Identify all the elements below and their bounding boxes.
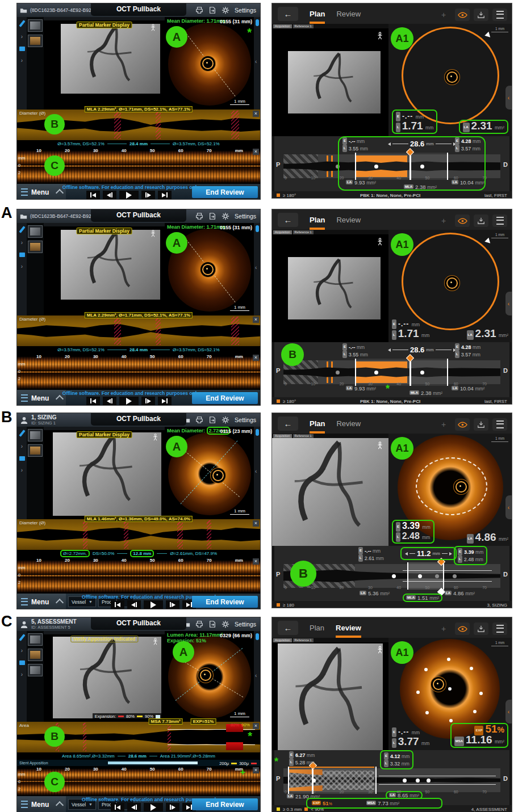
chevron-right-icon[interactable]: › [21,649,23,653]
longitudinal-view[interactable]: P D B E-.-- mm L2.61 mm [274,546,509,601]
step-back-button[interactable] [127,803,141,811]
vessel-thumbnail[interactable] [28,444,43,457]
vessel-thumbnail[interactable] [28,241,43,253]
annotate-icon[interactable] [19,430,25,437]
settings-button[interactable]: Settings [235,621,256,628]
print-icon[interactable] [195,416,203,424]
chevron-right-icon[interactable]: › [21,468,23,473]
oct-cross-section[interactable]: Mean Diameter: 2.72mm 0115 (23 mm) A 1 m… [165,427,254,519]
step-back-button[interactable] [103,397,116,405]
export-icon[interactable] [208,6,216,14]
capture-icon[interactable] [19,660,25,665]
step-back-button[interactable] [127,600,141,609]
print-icon[interactable] [195,6,203,14]
acq-tab[interactable]: Acquisition [273,24,292,28]
close-icon[interactable]: × [253,111,259,117]
eye-icon[interactable] [455,418,470,431]
skip-end-button[interactable] [158,191,172,199]
play-button[interactable] [119,397,139,405]
diameter-profile-strip[interactable]: Diameter (Ø) MLA 1.46mm², Ø=1.36mm, DS=4… [17,519,260,550]
lmode-view[interactable]: 10203040506070mm mm02 × [17,557,260,594]
gear-icon[interactable] [222,620,229,628]
angiogram-view[interactable]: Partial Marker Display [44,427,165,519]
capture-icon[interactable] [19,253,25,257]
oct-cross-section[interactable]: A1 1 mm E-.-- mm L3.77 mm EXP51% MSA11.1… [388,638,512,750]
skip-start-button[interactable] [86,397,100,405]
skip-start-button[interactable] [111,600,124,609]
step-forward-button[interactable] [141,191,155,199]
side-panel-tab[interactable]: ‹ [505,292,512,315]
tab-review[interactable]: Review [336,216,361,230]
close-icon[interactable]: × [253,520,259,527]
eye-icon[interactable] [455,9,470,21]
add-icon[interactable]: + [436,9,451,21]
eye-icon[interactable] [455,622,470,635]
export-icon[interactable] [208,212,216,220]
acq-tab[interactable]: Acquisition [273,230,292,234]
hamburger-menu-icon[interactable] [492,214,507,227]
ref-tab[interactable]: Reference 1 [293,638,314,642]
oct-cross-section[interactable]: A1 1 mm E3.39 mm L2.48 mm LA4.86 mm² [388,434,512,546]
menu-button[interactable]: Menu [17,184,66,200]
lmode-view[interactable]: 10203040506070mm mm02 × [17,354,260,390]
end-review-button[interactable]: End Review [192,596,258,608]
area-profile-strip[interactable]: Area 80%90% MSA 7.73mm² EXP=51% B * × [17,722,260,752]
bookmark-icon[interactable] [256,19,259,26]
frames-thumbnail[interactable] [28,633,43,646]
settings-button[interactable]: Settings [235,213,256,220]
acq-tab[interactable]: Acquisition [273,638,292,642]
longitudinal-view[interactable]: P D B E-.-- mm L3.55 mm [274,342,509,397]
oct-cross-section[interactable]: A1 1 mm E-.-- mm L1.71 mm LA2.31 mm² [388,230,512,342]
longitudinal-view[interactable]: P D E-.-- mm L3.55 mm 28.6m [274,136,509,191]
chevron-left-icon[interactable]: ‹ [255,266,257,270]
capture-icon[interactable] [19,47,25,51]
annotate-icon[interactable] [19,226,25,233]
hamburger-menu-icon[interactable] [492,418,507,431]
bookmark-icon[interactable] [256,429,259,436]
angiogram-view[interactable]: AcquisitionReference 1 [272,24,388,136]
gear-icon[interactable] [222,416,229,424]
side-panel-tab[interactable]: ‹ [505,86,512,110]
add-icon[interactable]: + [436,622,451,635]
oct-cross-section[interactable]: Lumen Area: 11.17mm² Expansion: 51% 0329… [165,631,254,722]
acq-tab[interactable]: Acquisition [273,434,292,438]
skip-end-button[interactable] [158,397,172,405]
end-review-button[interactable]: End Review [192,798,258,810]
vessel-thumbnail[interactable] [28,35,43,47]
print-icon[interactable] [195,212,203,220]
gear-icon[interactable] [222,6,229,14]
menu-button[interactable]: Menu [17,594,66,609]
bookmark-icon[interactable] [256,633,259,640]
play-button[interactable] [144,803,163,811]
chevron-right-icon[interactable]: › [21,58,23,63]
lmode-view[interactable]: 10203040506070mm mm02 C × [17,148,260,184]
longitudinal-view[interactable]: P D * E6.27 mm L5.28 mm [274,750,509,805]
step-back-button[interactable] [103,191,116,199]
bookmark-icon[interactable] [256,225,259,232]
tab-review[interactable]: Review [336,624,361,638]
export-tray-icon[interactable] [474,9,488,21]
add-icon[interactable]: + [436,418,451,431]
angiogram-view[interactable]: Partial Marker Display [44,17,165,110]
angiogram-view[interactable]: AcquisitionReference 1 [272,434,388,546]
step-forward-button[interactable] [166,803,179,811]
chevron-right-icon[interactable]: › [21,35,23,39]
export-icon[interactable] [208,620,216,628]
chevron-left-icon[interactable]: ‹ [255,674,257,678]
menu-button[interactable]: Menu [17,796,66,812]
close-icon[interactable]: × [253,767,259,773]
close-icon[interactable]: × [253,355,259,361]
tab-plan[interactable]: Plan [310,419,325,434]
ref-tab[interactable]: Reference 1 [293,230,314,234]
side-panel-tab[interactable]: ‹ [505,700,512,723]
frames-thumbnail[interactable] [28,19,43,32]
oct-cross-section[interactable]: Mean Diameter: 1.71mm 0155 (31 mm) A * 1… [165,17,254,110]
back-button[interactable]: ← [278,416,298,431]
oct-cross-section[interactable]: Mean Diameter: 1.71mm 0155 (31 mm) A 1 m… [165,223,254,315]
tab-review[interactable]: Review [336,419,361,434]
hamburger-menu-icon[interactable] [492,622,507,635]
export-tray-icon[interactable] [474,214,488,227]
end-review-button[interactable]: End Review [192,186,258,198]
menu-button[interactable]: Menu [17,390,66,406]
settings-button[interactable]: Settings [235,7,256,14]
